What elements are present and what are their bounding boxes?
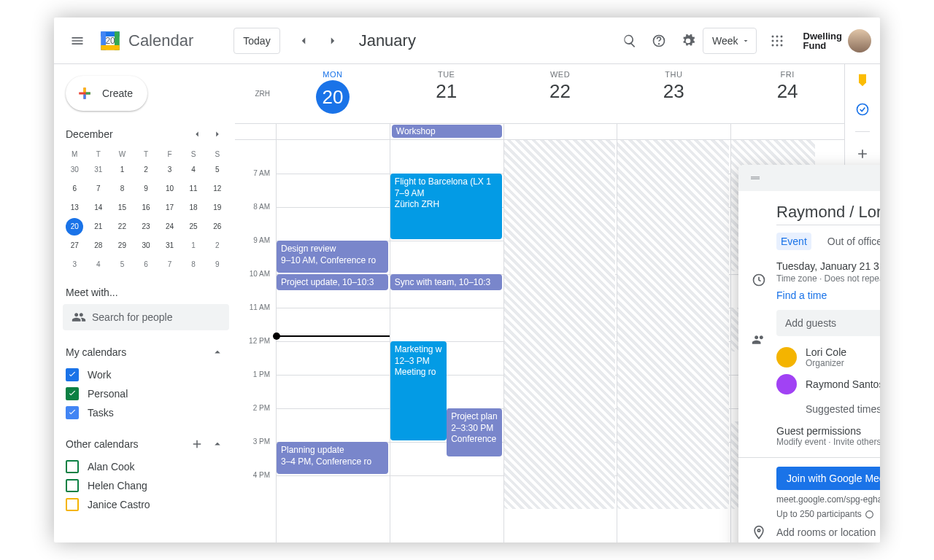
event-title-input[interactable]: Raymond / Lori <box>776 197 880 225</box>
calendar-item[interactable]: Alan Cook <box>63 457 229 476</box>
allday-cell[interactable] <box>503 124 617 139</box>
calendar-item[interactable]: Janice Castro <box>63 495 229 514</box>
day-header[interactable]: MON20 <box>276 64 390 123</box>
suggested-times-button[interactable]: Suggested times <box>776 397 880 421</box>
mini-cal-day[interactable]: 9 <box>209 256 226 273</box>
mini-cal-day[interactable]: 16 <box>137 199 155 217</box>
prev-week-button[interactable] <box>289 26 318 55</box>
mini-cal-day[interactable]: 13 <box>66 199 83 217</box>
mini-cal-day[interactable]: 11 <box>185 180 202 198</box>
mini-cal-day[interactable]: 7 <box>161 256 179 273</box>
mini-cal-day[interactable]: 26 <box>209 218 226 236</box>
account-switcher[interactable]: Dwelling Fund <box>803 29 871 52</box>
tasks-icon[interactable] <box>855 102 870 117</box>
day-header[interactable]: THU23 <box>617 64 730 123</box>
find-time-link[interactable]: Find a time <box>776 289 827 301</box>
mini-cal-day[interactable]: 19 <box>209 199 226 217</box>
calendar-event[interactable]: Design review9–10 AM, Conference ro <box>277 241 388 273</box>
mini-cal-day[interactable]: 30 <box>66 161 83 179</box>
mini-cal-day[interactable]: 10 <box>161 180 179 198</box>
next-week-button[interactable] <box>318 26 347 55</box>
day-column[interactable] <box>503 140 617 542</box>
event-type-tab[interactable]: Event <box>776 233 811 250</box>
calendar-event[interactable]: Planning update3–4 PM, Conference ro <box>277 442 388 474</box>
allday-cell[interactable] <box>730 124 844 139</box>
add-location-input[interactable]: Add rooms or location <box>776 526 876 538</box>
mini-prev-button[interactable] <box>188 125 206 143</box>
mini-cal-day[interactable]: 30 <box>137 237 155 254</box>
add-addon-button[interactable] <box>855 147 870 161</box>
mini-cal-day[interactable]: 29 <box>113 237 131 254</box>
mini-cal-day[interactable]: 5 <box>113 256 131 273</box>
create-button[interactable]: Create <box>66 76 147 111</box>
mini-next-button[interactable] <box>209 125 226 143</box>
mini-cal-day[interactable]: 31 <box>90 161 107 179</box>
guest-row[interactable]: Raymond Santos <box>776 371 880 397</box>
calendar-event[interactable]: Project plan2–3:30 PM Conference <box>447 408 501 456</box>
calendar-item[interactable]: Tasks <box>63 403 229 422</box>
calendar-item[interactable]: Personal <box>63 384 229 403</box>
calendar-event[interactable]: Flight to Barcelona (LX 17–9 AM Zürich Z… <box>390 174 502 239</box>
mini-cal-day[interactable]: 22 <box>113 218 131 236</box>
event-datetime[interactable]: Tuesday, January 21 3:30 PM – 4:00 PM <box>776 260 880 272</box>
drag-handle-icon[interactable] <box>749 171 762 184</box>
mini-cal-day[interactable]: 5 <box>209 161 226 179</box>
today-button[interactable]: Today <box>234 28 279 54</box>
mini-cal-day[interactable]: 17 <box>161 199 179 217</box>
help-button[interactable] <box>644 26 674 55</box>
mini-cal-day[interactable]: 18 <box>185 199 202 217</box>
calendar-item[interactable]: Helen Chang <box>63 476 229 495</box>
my-calendars-toggle[interactable] <box>209 343 226 361</box>
mini-cal-day[interactable]: 14 <box>90 199 107 217</box>
add-guests-input[interactable]: Add guests <box>776 310 880 336</box>
mini-calendar[interactable]: MTWTFSS303112345678910111213141516171819… <box>63 149 229 273</box>
mini-cal-day[interactable]: 24 <box>161 218 179 236</box>
day-column[interactable]: Flight to Barcelona (LX 17–9 AM Zürich Z… <box>390 140 503 542</box>
mini-cal-day[interactable]: 6 <box>66 180 83 198</box>
allday-cell[interactable] <box>617 124 730 139</box>
mini-cal-day[interactable]: 6 <box>137 256 155 273</box>
day-column[interactable] <box>617 140 730 542</box>
allday-cell[interactable] <box>276 124 390 139</box>
day-header[interactable]: TUE21 <box>390 64 503 123</box>
mini-cal-day[interactable]: 2 <box>137 161 155 179</box>
mini-cal-day[interactable]: 2 <box>209 237 226 254</box>
guest-row[interactable]: Lori ColeOrganizer <box>776 343 880 371</box>
mini-cal-day[interactable]: 8 <box>185 256 202 273</box>
mini-cal-day[interactable]: 20 <box>66 218 83 236</box>
mini-cal-day[interactable]: 1 <box>185 237 202 254</box>
calendar-item[interactable]: Work <box>63 365 229 384</box>
mini-cal-day[interactable]: 4 <box>185 161 202 179</box>
keep-icon[interactable] <box>855 73 870 88</box>
calendar-event[interactable]: Marketing w12–3 PM Meeting ro <box>390 341 447 440</box>
mini-cal-day[interactable]: 1 <box>113 161 131 179</box>
event-type-tab[interactable]: Out of office <box>823 233 880 250</box>
mini-cal-day[interactable]: 3 <box>66 256 83 273</box>
menu-button[interactable] <box>63 26 92 55</box>
day-column[interactable]: Design review9–10 AM, Conference roProje… <box>276 140 390 542</box>
calendar-event[interactable]: Project update, 10–10:3 <box>277 274 388 290</box>
mini-cal-day[interactable]: 4 <box>90 256 107 273</box>
mini-cal-day[interactable]: 8 <box>113 180 131 198</box>
calendar-event[interactable]: Sync with team, 10–10:3 <box>390 274 502 290</box>
search-button[interactable] <box>615 26 644 55</box>
mini-cal-day[interactable]: 23 <box>137 218 155 236</box>
mini-cal-day[interactable]: 21 <box>90 218 107 236</box>
people-search-input[interactable]: Search for people <box>63 304 229 330</box>
view-selector[interactable]: Week <box>703 28 757 54</box>
mini-cal-day[interactable]: 9 <box>137 180 155 198</box>
allday-cell[interactable]: Workshop <box>390 124 503 139</box>
add-calendar-button[interactable] <box>188 435 206 453</box>
mini-cal-day[interactable]: 31 <box>161 237 179 254</box>
mini-cal-day[interactable]: 12 <box>209 180 226 198</box>
mini-cal-day[interactable]: 3 <box>161 161 179 179</box>
mini-cal-day[interactable]: 28 <box>90 237 107 254</box>
settings-button[interactable] <box>674 26 703 55</box>
other-calendars-toggle[interactable] <box>209 435 226 453</box>
join-meet-button[interactable]: Join with Google Meet <box>776 467 880 490</box>
mini-cal-day[interactable]: 7 <box>90 180 107 198</box>
mini-cal-day[interactable]: 15 <box>113 199 131 217</box>
mini-cal-day[interactable]: 27 <box>66 237 83 254</box>
day-header[interactable]: WED22 <box>503 64 617 123</box>
allday-event[interactable]: Workshop <box>392 125 502 138</box>
